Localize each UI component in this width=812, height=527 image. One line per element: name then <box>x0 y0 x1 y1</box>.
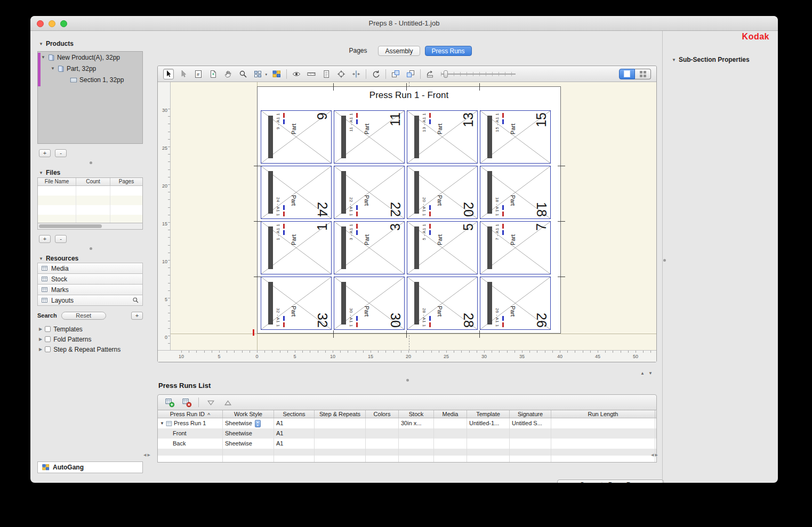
imposed-page[interactable]: 30 - A1 1Part30 <box>334 277 405 330</box>
remove-product-button[interactable]: - <box>55 149 67 157</box>
page-tool-icon[interactable] <box>208 69 219 79</box>
product-tree-item[interactable]: ▼Part, 32pp <box>38 63 142 74</box>
document-icon[interactable] <box>321 69 332 79</box>
direct-select-tool-icon[interactable] <box>178 69 189 79</box>
disclosure-triangle-icon[interactable]: ▼ <box>39 171 43 175</box>
view-options-icon[interactable]: ▾ <box>253 69 263 79</box>
resource-item-layouts[interactable]: Layouts <box>37 295 143 306</box>
imposed-page[interactable]: 15 - A1 1Part15 <box>480 110 551 164</box>
disclosure-triangle-icon[interactable]: ▶ <box>39 347 42 352</box>
product-tree-item[interactable]: ▼New Product(A), 32pp <box>38 52 142 63</box>
flip-sheet-icon[interactable] <box>425 69 436 79</box>
imposed-page[interactable]: 26 - A1 1Part26 <box>480 277 551 330</box>
checkbox[interactable] <box>45 346 51 352</box>
imposed-page[interactable]: 7 - A1 1Part7 <box>480 221 551 274</box>
scrollbar-thumb[interactable] <box>39 224 102 228</box>
add-product-button[interactable]: + <box>39 149 51 157</box>
minimize-window-button[interactable] <box>49 20 55 27</box>
imposed-page[interactable]: 18 - A1 1Part18 <box>480 166 551 219</box>
imposed-page[interactable]: 28 - A1 1Part28 <box>407 277 478 330</box>
files-column-header[interactable]: Count <box>76 178 110 185</box>
expand-panel-button[interactable]: ▼ <box>648 371 653 376</box>
press-runs-column-header[interactable]: Sections <box>274 410 315 418</box>
add-search-filter-button[interactable]: + <box>131 312 143 320</box>
generate-press-runs-button[interactable]: Generate Press Runs <box>557 480 664 483</box>
delete-press-run-icon[interactable] <box>181 397 192 408</box>
press-runs-column-header[interactable]: Press Run ID^ <box>158 410 223 418</box>
right-panel-divider[interactable] <box>662 31 663 483</box>
checkbox[interactable] <box>45 326 51 332</box>
disclosure-triangle-icon[interactable]: ▶ <box>39 327 42 331</box>
press-runs-column-header[interactable]: Media <box>434 410 467 418</box>
pane-scroll-arrows[interactable]: ◀▶ <box>143 453 151 457</box>
autogang-tool-icon[interactable] <box>271 69 282 79</box>
preview-icon[interactable] <box>291 69 302 79</box>
zoom-slider[interactable] <box>441 69 516 79</box>
multi-sheet-view-button[interactable] <box>635 69 651 79</box>
imposed-page[interactable]: 5 - A1 1Part5 <box>407 221 478 274</box>
select-tool-icon[interactable] <box>163 69 174 79</box>
tab-pages[interactable]: Pages <box>342 46 373 56</box>
press-runs-column-header[interactable]: Stock <box>399 410 434 418</box>
splitter-handle[interactable] <box>663 259 666 262</box>
press-runs-column-header[interactable]: Template <box>467 410 510 418</box>
resource-item-media[interactable]: Media <box>37 263 143 274</box>
zoom-window-button[interactable] <box>60 20 67 27</box>
tab-press-runs[interactable]: Press Runs <box>425 46 472 56</box>
canvas-draw-area[interactable]: Press Run 1 - Front 9 - A1 1Part911 - A1… <box>171 82 656 350</box>
imposed-page[interactable]: 24 - A1 1Part24 <box>261 166 332 219</box>
resource-tree-item[interactable]: ▶Fold Patterns <box>39 334 120 344</box>
press-runs-column-header[interactable]: Signature <box>510 410 551 418</box>
press-runs-column-header[interactable]: Colors <box>366 410 399 418</box>
imposed-page[interactable]: 20 - A1 1Part20 <box>407 166 478 219</box>
disclosure-triangle-icon[interactable]: ▼ <box>39 42 43 46</box>
product-tree-item[interactable]: Section 1, 32pp <box>38 74 142 85</box>
press-sheet[interactable]: Press Run 1 - Front 9 - A1 1Part911 - A1… <box>257 86 561 334</box>
window-titlebar[interactable]: Preps 8 - Untitled-1.job <box>30 16 778 31</box>
resource-item-stock[interactable]: Stock <box>37 273 143 285</box>
rotate-tool-icon[interactable] <box>371 69 381 79</box>
splitter-handle[interactable] <box>90 161 92 164</box>
resource-item-marks[interactable]: Marks <box>37 284 143 295</box>
paste-front-icon[interactable] <box>390 69 401 79</box>
disclosure-triangle-icon[interactable]: ▼ <box>39 256 43 261</box>
center-point-icon[interactable] <box>336 69 347 79</box>
imposed-page[interactable]: 11 - A1 1Part11 <box>334 110 405 164</box>
files-column-header[interactable]: Pages <box>110 178 142 185</box>
imposed-page[interactable]: 1 - A1 1Part1 <box>261 221 332 274</box>
reset-button[interactable]: Reset <box>61 312 106 320</box>
press-run-row[interactable]: BackSheetwiseA1 <box>158 439 656 449</box>
measure-tool-icon[interactable] <box>306 69 317 79</box>
press-run-row[interactable]: ▼Press Run 1Sheetwise▲▼A130in x...Untitl… <box>158 418 656 428</box>
autogang-bar[interactable]: AutoGang <box>37 461 143 473</box>
pan-tool-icon[interactable] <box>223 69 234 79</box>
resource-tree-item[interactable]: ▶Templates <box>39 324 120 334</box>
imposed-page[interactable]: 22 - A1 1Part22 <box>334 166 405 219</box>
press-run-row[interactable]: FrontSheetwiseA1 <box>158 428 656 439</box>
add-press-run-icon[interactable] <box>164 397 175 408</box>
pane-scroll-arrows[interactable]: ◀▶ <box>651 453 659 457</box>
press-runs-column-header[interactable]: Work Style <box>223 410 274 418</box>
imposed-page[interactable]: 9 - A1 1Part9 <box>261 110 332 164</box>
move-down-icon[interactable] <box>205 397 216 408</box>
move-up-icon[interactable] <box>222 397 233 408</box>
files-horizontal-scrollbar[interactable] <box>37 223 143 230</box>
disclosure-triangle-icon[interactable]: ▼ <box>51 66 55 71</box>
zoom-tool-icon[interactable] <box>238 69 248 79</box>
imposed-page[interactable]: 13 - A1 1Part13 <box>407 110 478 164</box>
checkbox[interactable] <box>45 336 51 342</box>
splitter-handle[interactable] <box>406 379 409 382</box>
disclosure-triangle-icon[interactable]: ▶ <box>39 337 42 342</box>
splitter-handle[interactable] <box>90 247 92 250</box>
imposed-page[interactable]: 32 - A1 1Part32 <box>261 277 332 330</box>
remove-file-button[interactable]: - <box>55 235 67 243</box>
work-style-stepper[interactable]: ▲▼ <box>255 420 261 427</box>
disclosure-triangle-icon[interactable]: ▼ <box>41 55 45 60</box>
add-file-button[interactable]: + <box>39 235 51 243</box>
canvas-viewport[interactable]: Press Run 1 - Front 9 - A1 1Part911 - A1… <box>158 82 656 362</box>
zoom-slider-handle[interactable] <box>444 70 448 78</box>
search-icon[interactable] <box>132 297 139 304</box>
split-view-icon[interactable] <box>351 69 361 79</box>
resource-tree-item[interactable]: ▶Step & Repeat Patterns <box>39 344 120 354</box>
files-column-header[interactable]: File Name <box>38 178 76 185</box>
